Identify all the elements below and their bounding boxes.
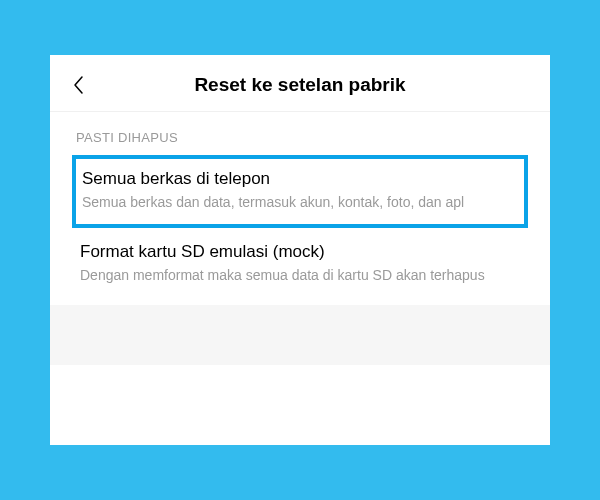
footer-spacer (50, 305, 550, 365)
header-bar: Reset ke setelan pabrik (50, 55, 550, 112)
item-title: Semua berkas di telepon (82, 169, 518, 189)
reset-all-files-item[interactable]: Semua berkas di telepon Semua berkas dan… (72, 155, 528, 228)
section-label: PASTI DIHAPUS (50, 112, 550, 155)
item-description: Semua berkas dan data, termasuk akun, ko… (82, 193, 518, 212)
item-title: Format kartu SD emulasi (mock) (80, 242, 524, 262)
format-sd-item[interactable]: Format kartu SD emulasi (mock) Dengan me… (50, 228, 550, 299)
item-description: Dengan memformat maka semua data di kart… (80, 266, 524, 285)
settings-screen: Reset ke setelan pabrik PASTI DIHAPUS Se… (50, 55, 550, 445)
page-title: Reset ke setelan pabrik (66, 74, 534, 96)
